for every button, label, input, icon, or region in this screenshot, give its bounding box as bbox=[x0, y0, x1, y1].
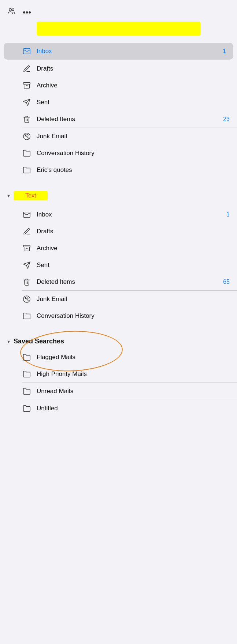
flagged-label: Flagged Mails bbox=[37, 354, 230, 361]
chevron-down-icon-2: ▾ bbox=[7, 193, 10, 199]
inbox-icon-2 bbox=[22, 210, 32, 219]
people-icon[interactable] bbox=[7, 7, 15, 18]
deleted2-badge: 65 bbox=[223, 279, 230, 285]
folder-icon-highpriority bbox=[22, 369, 32, 379]
sidebar-item-drafts2[interactable]: Drafts bbox=[0, 223, 237, 240]
sidebar-item-sent[interactable]: Sent bbox=[0, 94, 237, 111]
unread-label: Unread Mails bbox=[37, 388, 230, 395]
deleted-badge: 23 bbox=[223, 116, 230, 123]
sidebar-item-deleted2[interactable]: Deleted Items 65 bbox=[0, 274, 237, 290]
untitled-label: Untitled bbox=[37, 405, 230, 412]
deleted-label: Deleted Items bbox=[37, 116, 223, 123]
sidebar-item-conversation[interactable]: Conversation History bbox=[0, 145, 237, 162]
top-highlight-bar bbox=[37, 22, 200, 35]
trash-icon-2 bbox=[22, 277, 32, 287]
drafts-label: Drafts bbox=[37, 65, 230, 72]
sidebar-item-deleted[interactable]: Deleted Items 23 bbox=[0, 111, 237, 128]
sidebar-item-conversation2[interactable]: Conversation History bbox=[0, 308, 237, 324]
inbox-label: Inbox bbox=[37, 48, 223, 55]
sidebar-item-untitled[interactable]: Untitled bbox=[0, 400, 237, 417]
inbox-badge: 1 bbox=[223, 48, 226, 54]
archive-label: Archive bbox=[37, 82, 230, 89]
sidebar-item-drafts[interactable]: Drafts bbox=[0, 60, 237, 77]
sent-icon-2 bbox=[22, 260, 32, 270]
folder-icon-conv2 bbox=[22, 311, 32, 321]
first-account-section: Inbox 1 Drafts Archive bbox=[0, 40, 237, 181]
folder-icon-flagged bbox=[22, 353, 32, 362]
sidebar-item-quotes[interactable]: Eric's quotes bbox=[0, 162, 237, 178]
sidebar-item-archive2[interactable]: Archive bbox=[0, 240, 237, 257]
svg-point-0 bbox=[9, 8, 11, 11]
chevron-down-icon-saved: ▾ bbox=[7, 339, 10, 344]
second-account-header[interactable]: ▾ Text bbox=[0, 187, 237, 204]
svg-point-1 bbox=[12, 9, 14, 11]
inbox2-label: Inbox bbox=[37, 211, 226, 218]
junk-icon bbox=[22, 132, 32, 141]
folder-icon-untitled bbox=[22, 404, 32, 413]
sent-label: Sent bbox=[37, 99, 230, 106]
saved-searches-header[interactable]: ▾ Saved Searches bbox=[0, 334, 237, 349]
sidebar-item-inbox2[interactable]: Inbox 1 bbox=[0, 206, 237, 223]
second-account-section: Inbox 1 Drafts Archive bbox=[0, 204, 237, 327]
sidebar-item-highpriority[interactable]: High Priority Mails bbox=[0, 366, 237, 383]
junk-icon-2 bbox=[22, 294, 32, 304]
drafts2-label: Drafts bbox=[37, 228, 230, 235]
more-icon[interactable]: ••• bbox=[23, 8, 31, 17]
folder-icon-conv bbox=[22, 148, 32, 158]
archive-icon bbox=[22, 81, 32, 90]
junk2-label: Junk Email bbox=[37, 295, 230, 303]
sent-icon bbox=[22, 98, 32, 107]
sidebar-item-junk[interactable]: Junk Email bbox=[0, 128, 237, 145]
sent2-label: Sent bbox=[37, 261, 230, 269]
archive-icon-2 bbox=[22, 244, 32, 253]
sidebar-item-inbox[interactable]: Inbox 1 bbox=[4, 43, 233, 60]
archive2-label: Archive bbox=[37, 245, 230, 252]
conversation2-label: Conversation History bbox=[37, 312, 230, 320]
trash-icon bbox=[22, 114, 32, 124]
sidebar-item-junk2[interactable]: Junk Email bbox=[0, 291, 237, 308]
svg-line-13 bbox=[25, 297, 29, 302]
inbox-icon bbox=[22, 46, 32, 56]
quotes-label: Eric's quotes bbox=[37, 166, 230, 174]
drafts-icon-2 bbox=[22, 227, 32, 236]
deleted2-label: Deleted Items bbox=[37, 278, 223, 286]
top-bar: ••• bbox=[0, 0, 237, 22]
svg-line-7 bbox=[25, 134, 29, 139]
conversation-label: Conversation History bbox=[37, 150, 230, 157]
highpriority-label: High Priority Mails bbox=[37, 370, 230, 378]
saved-searches-section: ▾ Saved Searches Flagged Mails High Prio… bbox=[0, 334, 237, 417]
folder-icon-quotes bbox=[22, 165, 32, 175]
inbox2-badge: 1 bbox=[226, 211, 230, 218]
sidebar-item-flagged[interactable]: Flagged Mails bbox=[0, 349, 237, 366]
second-account-title: Text bbox=[14, 191, 48, 200]
saved-searches-title: Saved Searches bbox=[14, 338, 64, 345]
drafts-icon bbox=[22, 64, 32, 74]
svg-rect-9 bbox=[23, 245, 30, 247]
svg-rect-3 bbox=[23, 83, 30, 84]
folder-icon-unread bbox=[22, 387, 32, 396]
junk-label: Junk Email bbox=[37, 133, 230, 140]
sidebar-item-sent2[interactable]: Sent bbox=[0, 257, 237, 274]
sidebar-item-archive[interactable]: Archive bbox=[0, 77, 237, 94]
sidebar-item-unread[interactable]: Unread Mails bbox=[0, 383, 237, 400]
